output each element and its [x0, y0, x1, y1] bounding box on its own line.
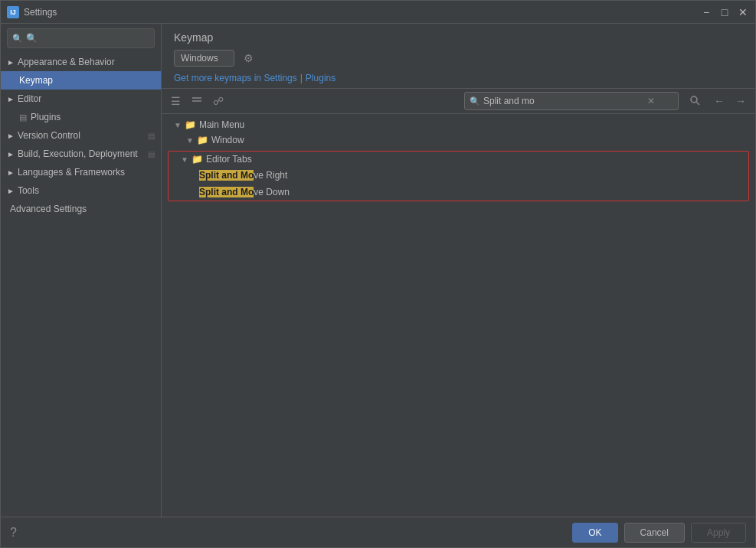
search-field-icon: 🔍 — [470, 96, 480, 106]
restore-button[interactable]: ☍ — [210, 93, 227, 109]
titlebar: IJ Settings − □ ✕ — [1, 1, 755, 24]
plugins-link[interactable]: Plugins — [306, 73, 335, 83]
sidebar-item-advanced-settings[interactable]: Advanced Settings — [1, 200, 161, 218]
split-move-down-label: Split and Move Down — [199, 187, 290, 197]
tree-node-editor-tabs[interactable]: ▼ 📁 Editor Tabs — [169, 152, 748, 167]
tree-area: ▼ 📁 Main Menu ▼ 📁 Window ▼ 📁 Edit — [162, 114, 755, 517]
get-more-keymaps-link[interactable]: Get more keymaps in Settings — [174, 73, 297, 83]
nav-back-button[interactable]: ← — [711, 93, 728, 109]
keymap-select-wrapper: Windows macOS Linux Custom — [174, 50, 234, 67]
window-controls: − □ ✕ — [700, 6, 749, 18]
svg-point-2 — [691, 96, 697, 103]
app-icon-text: IJ — [10, 8, 16, 16]
sidebar-item-label: Tools — [18, 185, 39, 196]
footer: ? OK Cancel Apply — [1, 517, 755, 547]
text-ve-down: ve Down — [254, 187, 290, 197]
search-field[interactable]: 🔍 ✕ — [464, 92, 679, 110]
keymap-search-input[interactable] — [483, 96, 644, 106]
tree-node-split-move-right[interactable]: Split and Move Right — [169, 167, 748, 184]
link-row: Get more keymaps in Settings | Plugins — [174, 73, 743, 83]
build-icon: ▤ — [148, 150, 155, 158]
app-icon: IJ — [7, 6, 19, 18]
sidebar-item-label: Plugins — [31, 112, 61, 122]
sidebar-item-tools[interactable]: ► Tools — [1, 181, 161, 200]
expand-arrow-icon: ▼ — [186, 136, 194, 145]
search-result-group: ▼ 📁 Editor Tabs Split and Move Right Spl — [168, 151, 749, 201]
chevron-right-icon: ► — [7, 187, 15, 195]
sidebar-search-box[interactable]: 🔍 — [7, 28, 155, 48]
search-extra-button[interactable] — [686, 93, 703, 109]
sidebar-search-input[interactable] — [26, 33, 149, 44]
keymap-select[interactable]: Windows macOS Linux Custom — [174, 50, 234, 67]
maximize-button[interactable]: □ — [718, 6, 731, 18]
sidebar-item-version-control[interactable]: ► Version Control ▤ — [1, 126, 161, 145]
sidebar-item-appearance-behavior[interactable]: ► Appearance & Behavior — [1, 53, 161, 71]
highlight-split2: Split — [199, 187, 219, 197]
nav-forward-button[interactable]: → — [732, 93, 749, 109]
cancel-button[interactable]: Cancel — [624, 523, 685, 543]
keymap-toolbar: ☰ ☍ 🔍 ✕ — [162, 89, 755, 114]
sidebar-item-languages-frameworks[interactable]: ► Languages & Frameworks — [1, 163, 161, 181]
sidebar: 🔍 ► Appearance & Behavior Keymap ► Edito… — [1, 24, 162, 517]
svg-line-3 — [696, 102, 699, 105]
plugins-icon: ▤ — [19, 113, 27, 122]
minimize-button[interactable]: − — [700, 6, 712, 18]
sidebar-item-label: Appearance & Behavior — [18, 57, 115, 67]
tree-node-label: Window — [211, 135, 244, 145]
sidebar-item-editor[interactable]: ► Editor — [1, 90, 161, 108]
tree-node-window[interactable]: ▼ 📁 Window — [162, 132, 755, 148]
sidebar-item-label: Languages & Frameworks — [18, 167, 125, 178]
tree-node-main-menu[interactable]: ▼ 📁 Main Menu — [162, 117, 755, 132]
window-title: Settings — [24, 7, 700, 18]
sidebar-item-build-execution[interactable]: ► Build, Execution, Deployment ▤ — [1, 145, 161, 163]
sidebar-item-keymap[interactable]: Keymap — [1, 71, 161, 90]
chevron-right-icon: ► — [7, 132, 15, 140]
highlight-and2: and Mo — [219, 187, 254, 197]
page-title: Keymap — [174, 31, 743, 44]
chevron-right-icon: ► — [7, 150, 15, 158]
version-control-icon: ▤ — [148, 132, 155, 140]
folder-icon: 📁 — [185, 119, 196, 130]
ok-button[interactable]: OK — [572, 523, 617, 543]
sidebar-item-label: Build, Execution, Deployment — [18, 148, 138, 159]
tree-node-split-move-down[interactable]: Split and Move Down — [169, 184, 748, 201]
expand-arrow-icon: ▼ — [181, 155, 188, 164]
help-button[interactable]: ? — [10, 526, 17, 540]
close-button[interactable]: ✕ — [737, 6, 749, 18]
sidebar-item-label: Keymap — [19, 75, 53, 86]
sidebar-search-icon: 🔍 — [12, 34, 23, 44]
chevron-right-icon: ► — [7, 168, 15, 177]
split-move-right-label: Split and Move Right — [199, 170, 287, 181]
folder-icon: 📁 — [191, 154, 203, 165]
search-clear-icon[interactable]: ✕ — [647, 96, 655, 106]
highlight-split: Split — [199, 170, 219, 181]
folder-icon: 📁 — [197, 135, 208, 145]
tree-node-label: Main Menu — [199, 119, 244, 130]
sidebar-item-plugins[interactable]: ▤ Plugins — [1, 108, 161, 126]
tree-node-label: Editor Tabs — [206, 154, 252, 165]
sidebar-item-label: Version Control — [18, 130, 80, 141]
text-ve-right: ve Right — [254, 170, 287, 181]
settings-window: IJ Settings − □ ✕ 🔍 ► Appearance & Behav… — [0, 0, 756, 548]
keymap-gear-button[interactable]: ⚙ — [241, 51, 257, 66]
keymap-controls: Windows macOS Linux Custom ⚙ — [174, 50, 743, 67]
content-panel: Keymap Windows macOS Linux Custom ⚙ Get … — [162, 24, 755, 517]
sidebar-item-label: Advanced Settings — [10, 204, 87, 214]
main-content: 🔍 ► Appearance & Behavior Keymap ► Edito… — [1, 24, 755, 517]
sidebar-item-label: Editor — [18, 93, 41, 104]
link-separator: | — [300, 73, 303, 83]
content-header: Keymap Windows macOS Linux Custom ⚙ Get … — [162, 24, 755, 89]
chevron-right-icon: ► — [7, 95, 15, 103]
expand-all-button[interactable]: ☰ — [168, 93, 184, 109]
collapse-all-button[interactable] — [188, 93, 205, 109]
apply-button[interactable]: Apply — [691, 523, 746, 543]
chevron-right-icon: ► — [7, 58, 15, 67]
expand-arrow-icon: ▼ — [174, 121, 182, 129]
highlight-and: and Mo — [219, 170, 254, 181]
